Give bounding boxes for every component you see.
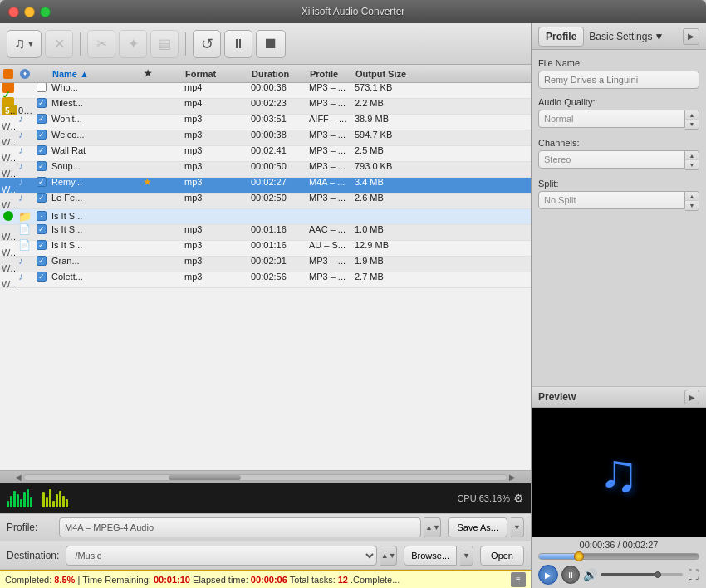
status-text: Completed: 8.5% | Time Remaining: 00:01:… [5,575,511,585]
toolbar: ♫ ▼ ✕ ✂ ✦ ▤ ↺ ⏸ ⏹ [0,23,531,65]
row-format: mp4 [183,98,249,108]
profile-select-arrow[interactable]: ▲▼ [424,517,441,537]
table-row-selected[interactable]: ♪ Remy... ★ mp3 00:02:27 M4A – ... 3.4 M… [0,178,531,194]
save-as-button[interactable]: Save As... [448,517,507,537]
file-name-input[interactable] [538,71,699,89]
delete-button[interactable]: ✕ [45,30,73,58]
volume-thumb[interactable] [655,571,661,578]
split-select[interactable]: No Split [538,191,685,209]
row-check-col[interactable] [33,130,50,140]
stepper-up[interactable]: ▲ [685,110,699,120]
table-row[interactable]: Who... mp4 00:00:36 MP3 – ... 573.1 KB ✓ [0,83,531,99]
row-check-col[interactable] [33,145,50,155]
pause-preview-button[interactable]: ⏸ [561,566,580,584]
row-status: Waiting [0,153,17,163]
row-output-size: 2.7 MB [353,272,419,282]
maximize-button[interactable] [40,7,51,17]
table-row[interactable]: 📄 Is It S... mp3 00:01:16 AAC – ... 1.0 … [0,225,531,241]
row-check-col[interactable] [33,177,50,187]
pause-button[interactable]: ⏸ [224,30,252,58]
row-format: mp3 [183,256,249,266]
scroll-right-arrow[interactable]: ▶ [507,473,517,482]
browse-arrow[interactable]: ▼ [460,546,473,566]
row-check-col[interactable] [33,114,50,124]
row-check-col[interactable] [33,193,50,203]
row-duration: 00:02:01 [249,256,307,266]
minimize-button[interactable] [24,7,35,17]
toolbar-separator-2 [185,32,186,56]
dest-select[interactable]: /Music [66,546,377,566]
volume-icon[interactable]: 🔊 [583,568,597,581]
convert-button[interactable]: ↺ [193,30,221,58]
dest-select-arrow[interactable]: ▲▼ [380,546,397,566]
th-name[interactable]: Name ▲ [50,69,141,79]
table-row-group[interactable]: 📁 Is It S... [0,209,531,225]
status-bar: Completed: 8.5% | Time Remaining: 00:01:… [0,570,531,588]
th-type: ♦ [17,69,33,79]
tab-profile[interactable]: Profile [538,27,584,47]
row-duration: 00:02:23 [249,98,307,108]
horizontal-scrollbar[interactable]: ◀ ▶ [0,470,531,483]
cut-button[interactable]: ✂ [87,30,115,58]
close-button[interactable] [8,7,19,17]
row-check-col[interactable] [33,98,50,108]
window-controls[interactable] [8,7,51,17]
stepper-down[interactable]: ▼ [685,120,699,129]
stepper-up[interactable]: ▲ [685,192,699,201]
cpu-icon[interactable]: ⚙ [513,492,524,505]
save-as-arrow[interactable]: ▼ [511,517,524,537]
table-row[interactable]: ♪ Welco... mp3 00:00:38 MP3 – ... 594.7 … [0,130,531,146]
row-check-col[interactable] [33,211,50,221]
row-format: mp4 [183,83,249,92]
row-check-col[interactable] [33,83,50,92]
audio-quality-select[interactable]: Normal [538,110,685,128]
channels-stepper[interactable]: ▲ ▼ [685,150,699,170]
progress-bar-area[interactable] [532,551,706,561]
browse-button[interactable]: Browse... [404,546,457,566]
table-row[interactable]: ♪ Soup... mp3 00:00:50 MP3 – ... 793.0 K… [0,162,531,178]
play-button[interactable]: ▶ [538,565,558,585]
table-row[interactable]: ♪ Wall Rat mp3 00:02:41 MP3 – ... 2.5 MB… [0,146,531,162]
row-check-col[interactable] [33,161,50,171]
time-display: 00:00:36 / 00:02:27 [532,537,706,551]
row-profile: MP3 – ... [307,145,353,155]
table-row[interactable]: ♪ Le Fe... mp3 00:02:50 MP3 – ... 2.6 MB… [0,194,531,209]
preview-expand[interactable]: ▶ [684,390,699,404]
table-row[interactable]: ♪ Gran... mp3 00:02:01 MP3 – ... 1.9 MB … [0,257,531,272]
tab-basic-settings[interactable]: Basic Settings ▼ [584,27,669,46]
audio-quality-stepper[interactable]: ▲ ▼ [685,110,699,130]
stepper-up[interactable]: ▲ [685,151,699,160]
progress-track[interactable] [538,553,699,560]
row-check-col[interactable] [33,224,50,234]
table-row[interactable]: ♪ Won't... mp3 00:03:51 AIFF – ... 38.9 … [0,115,531,130]
split-stepper[interactable]: ▲ ▼ [685,191,699,211]
scrollbar-track[interactable] [23,474,507,481]
film-button[interactable]: ▤ [150,30,179,58]
add-button[interactable]: ♫ ▼ [7,30,42,58]
row-check-col[interactable] [33,272,50,282]
table-row[interactable]: Milest... mp4 00:02:23 MP3 – ... 2.2 MB … [0,99,531,115]
table-row[interactable]: ♪ Colett... mp3 00:02:56 MP3 – ... 2.7 M… [0,272,531,288]
stepper-down[interactable]: ▼ [685,160,699,169]
stepper-down[interactable]: ▼ [685,201,699,210]
status-log-icon[interactable]: ≡ [511,572,526,587]
stop-button[interactable]: ⏹ [256,30,286,58]
row-type-col: ♪ [17,271,33,282]
scroll-left-arrow[interactable]: ◀ [13,473,23,482]
profile-select[interactable]: M4A – MPEG-4 Audio [59,517,421,537]
scrollbar-thumb[interactable] [169,475,241,480]
right-panel-expand[interactable]: ▶ [683,28,699,45]
file-list-area: ♦ Name ▲ ★ Format Duration Profile Outpu… [0,65,531,483]
volume-track[interactable] [601,573,683,576]
row-check-col[interactable] [33,256,50,266]
preview-title: Preview [538,391,576,403]
open-button[interactable]: Open [480,546,524,566]
row-check-col[interactable] [33,240,50,250]
row-duration: 00:02:56 [249,272,307,282]
row-duration: 00:02:27 [249,177,307,187]
magic-button[interactable]: ✦ [119,30,147,58]
fullscreen-icon[interactable]: ⛶ [688,568,699,581]
progress-thumb[interactable] [574,551,584,561]
channels-select[interactable]: Stereo [538,150,685,169]
table-row[interactable]: 📄 Is It S... mp3 00:01:16 AU – S... 12.9… [0,241,531,257]
